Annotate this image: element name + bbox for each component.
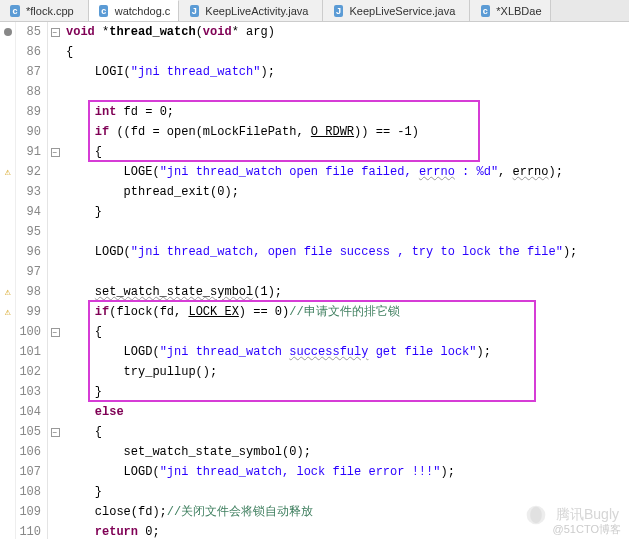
- marker-row: [0, 342, 15, 362]
- marker-row: ⚠: [0, 302, 15, 322]
- marker-row: [0, 362, 15, 382]
- editor-tabs: c*flock.cppcwatchdog.cJKeepLiveActivity.…: [0, 0, 629, 22]
- line-number: 102: [16, 362, 41, 382]
- line-number: 99: [16, 302, 41, 322]
- marker-row: [0, 62, 15, 82]
- tab-keepliveservice-java[interactable]: JKeepLiveService.java: [323, 0, 470, 21]
- code-line[interactable]: }: [66, 482, 629, 502]
- fold-toggle-icon[interactable]: −: [51, 148, 60, 157]
- warning-icon[interactable]: ⚠: [4, 166, 10, 178]
- code-line[interactable]: pthread_exit(0);: [66, 182, 629, 202]
- warning-icon[interactable]: ⚠: [4, 286, 10, 298]
- fold-cell: −: [48, 322, 62, 342]
- fold-cell: [48, 202, 62, 222]
- fold-cell: [48, 442, 62, 462]
- marker-row: [0, 262, 15, 282]
- code-line[interactable]: {: [66, 42, 629, 62]
- fold-toggle-icon[interactable]: −: [51, 28, 60, 37]
- fold-cell: [48, 62, 62, 82]
- marker-row: [0, 142, 15, 162]
- fold-cell: −: [48, 422, 62, 442]
- code-line[interactable]: [66, 262, 629, 282]
- code-line[interactable]: void *thread_watch(void* arg): [66, 22, 629, 42]
- fold-cell: [48, 462, 62, 482]
- line-number: 106: [16, 442, 41, 462]
- code-line[interactable]: LOGE("jni thread_watch open file failed,…: [66, 162, 629, 182]
- fold-cell: −: [48, 142, 62, 162]
- code-line[interactable]: if ((fd = open(mLockFilePath, O_RDWR)) =…: [66, 122, 629, 142]
- line-number: 95: [16, 222, 41, 242]
- tab--flock-cpp[interactable]: c*flock.cpp: [0, 0, 89, 21]
- code-line[interactable]: return 0;: [66, 522, 629, 539]
- line-number: 105: [16, 422, 41, 442]
- code-line[interactable]: close(fd);//关闭文件会将锁自动释放: [66, 502, 629, 522]
- marker-row: [0, 402, 15, 422]
- tab-watchdog-c[interactable]: cwatchdog.c: [89, 0, 180, 21]
- c-file-icon: c: [8, 4, 22, 18]
- code-line[interactable]: LOGD("jni thread_watch, lock file error …: [66, 462, 629, 482]
- tab-label: KeepLiveService.java: [349, 5, 455, 17]
- marker-row: [0, 462, 15, 482]
- code-line[interactable]: LOGD("jni thread_watch, open file succes…: [66, 242, 629, 262]
- fold-cell: [48, 182, 62, 202]
- code-line[interactable]: LOGI("jni thread_watch");: [66, 62, 629, 82]
- line-number: 87: [16, 62, 41, 82]
- code-line[interactable]: set_watch_state_symbol(1);: [66, 282, 629, 302]
- marker-row: [0, 502, 15, 522]
- fold-cell: [48, 382, 62, 402]
- java-file-icon: J: [187, 4, 201, 18]
- tab--xlbdae[interactable]: c*XLBDae: [470, 0, 550, 21]
- line-number: 98: [16, 282, 41, 302]
- line-number: 100: [16, 322, 41, 342]
- code-line[interactable]: [66, 222, 629, 242]
- line-number: 97: [16, 262, 41, 282]
- code-line[interactable]: [66, 82, 629, 102]
- tab-label: *XLBDae: [496, 5, 541, 17]
- line-number: 101: [16, 342, 41, 362]
- tab-label: KeepLiveActivity.java: [205, 5, 308, 17]
- marker-row: ⚠: [0, 282, 15, 302]
- code-line[interactable]: if(flock(fd, LOCK_EX) == 0)//申请文件的排它锁: [66, 302, 629, 322]
- fold-toggle-icon[interactable]: −: [51, 328, 60, 337]
- line-number: 93: [16, 182, 41, 202]
- c-file-icon: c: [97, 4, 111, 18]
- fold-cell: [48, 262, 62, 282]
- watermark-sub: @51CTO博客: [553, 522, 621, 537]
- code-line[interactable]: set_watch_state_symbol(0);: [66, 442, 629, 462]
- tab-keepliveactivity-java[interactable]: JKeepLiveActivity.java: [179, 0, 323, 21]
- fold-cell: [48, 402, 62, 422]
- java-file-icon: J: [331, 4, 345, 18]
- code-line[interactable]: {: [66, 322, 629, 342]
- line-number: 92: [16, 162, 41, 182]
- marker-row: [0, 522, 15, 539]
- code-line[interactable]: LOGD("jni thread_watch successfuly get f…: [66, 342, 629, 362]
- code-line[interactable]: try_pullup();: [66, 362, 629, 382]
- fold-cell: [48, 242, 62, 262]
- warning-icon[interactable]: ⚠: [4, 306, 10, 318]
- line-number: 110: [16, 522, 41, 539]
- code-line[interactable]: }: [66, 202, 629, 222]
- code-line[interactable]: {: [66, 142, 629, 162]
- code-line[interactable]: else: [66, 402, 629, 422]
- marker-row: [0, 482, 15, 502]
- line-number: 109: [16, 502, 41, 522]
- marker-row: [0, 422, 15, 442]
- code-line[interactable]: }: [66, 382, 629, 402]
- marker-row: ⚠: [0, 162, 15, 182]
- fold-column: −−−−: [48, 22, 62, 539]
- code-line[interactable]: {: [66, 422, 629, 442]
- code-line[interactable]: int fd = 0;: [66, 102, 629, 122]
- fold-cell: [48, 342, 62, 362]
- marker-row: [0, 82, 15, 102]
- fold-toggle-icon[interactable]: −: [51, 428, 60, 437]
- code-area[interactable]: void *thread_watch(void* arg){ LOGI("jni…: [62, 22, 629, 539]
- fold-cell: [48, 42, 62, 62]
- line-number: 104: [16, 402, 41, 422]
- fold-cell: [48, 102, 62, 122]
- marker-row: [0, 182, 15, 202]
- line-number: 96: [16, 242, 41, 262]
- line-number: 89: [16, 102, 41, 122]
- fold-cell: [48, 82, 62, 102]
- marker-row: [0, 22, 15, 42]
- fold-cell: [48, 282, 62, 302]
